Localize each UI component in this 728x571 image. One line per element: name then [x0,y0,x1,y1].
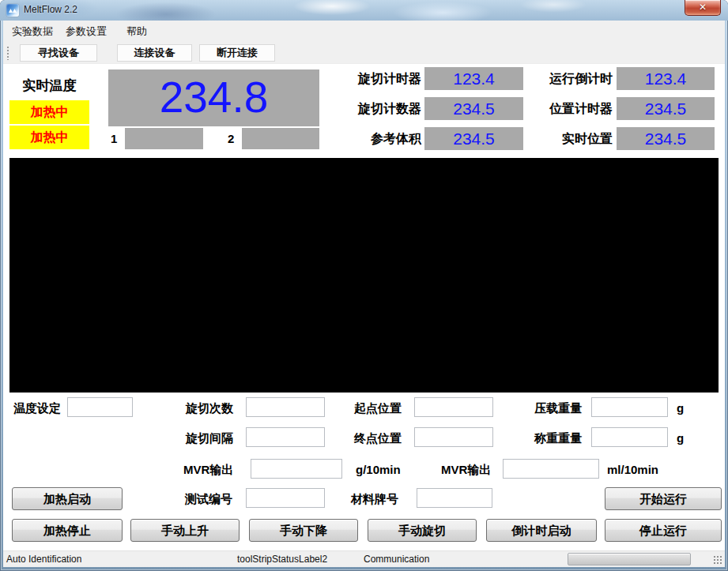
weigh-weight-label: 称重重量 [534,428,582,448]
client-area: 实验数据 参数设置 帮助 寻找设备 连接设备 断开连接 实时温度 加热中 加热中… [3,21,725,567]
mvr-g-unit: g/10min [356,460,401,479]
cut-counter-label: 旋切计数器 [295,100,421,118]
menu-item-experiment-data[interactable]: 实验数据 [9,21,56,42]
menu-bar: 实验数据 参数设置 帮助 [3,21,725,42]
material-no-input[interactable] [417,488,492,508]
realtime-position-label: 实时位置 [486,130,613,148]
test-no-input[interactable] [246,488,325,508]
manual-down-button[interactable]: 手动下降 [249,519,358,542]
progress-bar [568,553,691,565]
channel-1-display [125,128,203,149]
app-icon [6,4,19,17]
status-communication: Communication [364,551,429,568]
countdown-start-button[interactable]: 倒计时启动 [486,519,597,542]
tool-strip: 寻找设备 连接设备 断开连接 [3,42,725,64]
toolbar-grip-icon[interactable] [6,46,9,60]
mvr-g-label: MVR输出 [183,460,233,479]
cut-count-label: 旋切次数 [186,398,233,418]
reference-volume-label: 参考体积 [295,130,421,148]
run-stop-button[interactable]: 停止运行 [605,519,722,542]
temp-set-label: 温度设定 [13,398,61,418]
run-start-button[interactable]: 开始运行 [605,487,722,510]
window-title: MeltFlow 2.2 [24,4,77,15]
manual-up-button[interactable]: 手动上升 [130,519,240,542]
manual-cut-button[interactable]: 手动旋切 [368,519,477,542]
mvr-ml-unit: ml/10min [607,460,658,479]
ballast-weight-label: 压载重量 [534,398,582,418]
ballast-weight-unit: g [677,398,684,418]
start-pos-label: 起点位置 [354,398,402,418]
app-window: MeltFlow 2.2 ✕ 实验数据 参数设置 帮助 寻找设备 连接设备 断开… [0,0,728,571]
weigh-weight-unit: g [677,428,684,448]
heating-status-2: 加热中 [9,126,89,149]
realtime-temperature-label: 实时温度 [9,77,89,95]
status-auto-identification: Auto Identification [6,551,81,568]
ballast-weight-input[interactable] [591,397,668,417]
menu-item-help[interactable]: 帮助 [123,21,150,42]
heating-status-1: 加热中 [9,100,89,124]
temp-set-input[interactable] [67,397,133,417]
heat-start-button[interactable]: 加热启动 [12,487,123,510]
end-pos-input[interactable] [414,427,493,447]
heat-stop-button[interactable]: 加热停止 [12,519,123,542]
toolbar-button-find-device[interactable]: 寻找设备 [20,44,97,62]
toolbar-button-connect-device[interactable]: 连接设备 [117,44,192,62]
resize-grip-icon[interactable] [714,556,722,565]
mvr-g-input[interactable] [251,459,342,479]
channel-1-label: 1 [111,128,117,149]
menu-item-parameter-settings[interactable]: 参数设置 [62,21,110,42]
start-pos-input[interactable] [414,397,493,417]
status-bar: Auto Identification toolStripStatusLabel… [3,550,725,567]
test-no-label: 测试编号 [185,489,232,509]
realtime-position-value: 234.5 [617,127,715,150]
plot-area [9,158,719,393]
position-timer-label: 位置计时器 [486,100,613,118]
cut-interval-input[interactable] [246,427,325,447]
mvr-ml-input[interactable] [503,459,599,479]
cut-count-input[interactable] [246,397,325,417]
title-bar[interactable]: MeltFlow 2.2 ✕ [0,0,728,21]
mvr-ml-label: MVR输出 [441,460,491,479]
material-no-label: 材料牌号 [351,489,398,509]
toolbar-button-disconnect[interactable]: 断开连接 [199,44,275,62]
close-button[interactable]: ✕ [685,0,721,16]
cut-timer-label: 旋切计时器 [295,70,421,88]
cut-interval-label: 旋切间隔 [186,428,233,448]
status-label-2: toolStripStatusLabel2 [237,551,327,568]
channel-2-label: 2 [228,128,234,149]
end-pos-label: 终点位置 [354,428,402,448]
temperature-display: 234.8 [108,69,319,126]
run-countdown-label: 运行倒计时 [486,70,613,88]
position-timer-value: 234.5 [617,97,715,120]
weigh-weight-input[interactable] [591,427,668,447]
run-countdown-value: 123.4 [617,67,715,90]
